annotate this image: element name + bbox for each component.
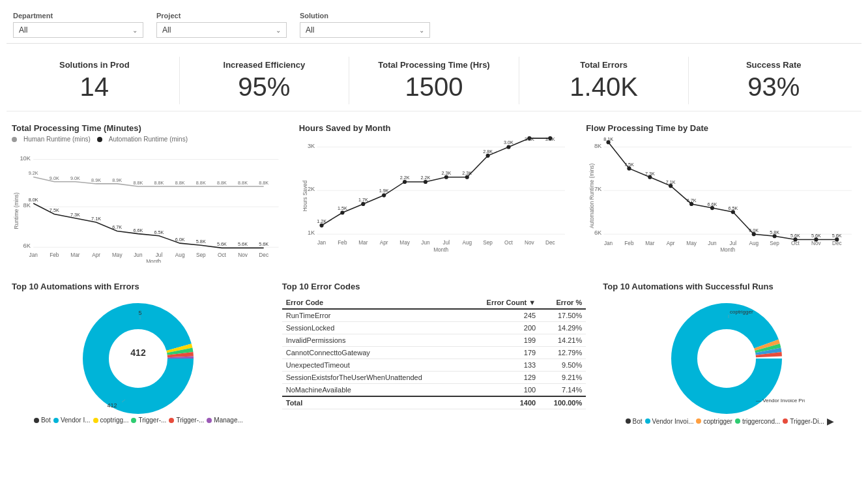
total-label: Total bbox=[282, 396, 467, 409]
col-error-count[interactable]: Error Count ▼ bbox=[467, 297, 540, 309]
project-value: All bbox=[162, 25, 171, 35]
svg-text:Jun: Jun bbox=[134, 252, 143, 258]
svg-text:Month: Month bbox=[146, 258, 161, 263]
svg-text:Aug: Aug bbox=[462, 240, 472, 246]
svg-text:May: May bbox=[687, 241, 697, 246]
svg-text:Runtime (mins): Runtime (mins) bbox=[13, 192, 20, 229]
kpi-processing-value: 1500 bbox=[356, 72, 512, 101]
svg-text:8.0K: 8.0K bbox=[29, 197, 38, 203]
error-code-cell: RunTimeError bbox=[282, 309, 467, 322]
svg-text:5.8K: 5.8K bbox=[196, 239, 206, 244]
bot-label: Bot bbox=[41, 417, 51, 424]
svg-text:Feb: Feb bbox=[50, 252, 59, 258]
hours-saved-chart: Hours Saved by Month 3K 2K 1K Hours Save… bbox=[294, 118, 575, 270]
kpi-processing-label: Total Processing Time (Hrs) bbox=[356, 60, 512, 70]
solution-select[interactable]: All ⌄ bbox=[300, 22, 430, 38]
svg-text:2K: 2K bbox=[308, 186, 315, 192]
svg-text:1.7K: 1.7K bbox=[358, 197, 368, 203]
svg-point-137 bbox=[112, 332, 164, 385]
donut-success-svg: coptrigger — Vendor Invoice Processing C… bbox=[655, 297, 805, 414]
kpi-success-label: Success Rate bbox=[695, 60, 852, 70]
svg-text:5.8K: 5.8K bbox=[770, 229, 780, 235]
error-codes-table: Error Code Error Count ▼ Error % RunTime… bbox=[282, 297, 586, 409]
svg-text:Aug: Aug bbox=[175, 252, 185, 258]
svg-text:8.8K: 8.8K bbox=[217, 180, 227, 186]
error-codes-table-wrapper[interactable]: Error Code Error Count ▼ Error % RunTime… bbox=[282, 297, 586, 440]
svg-text:6.7K: 6.7K bbox=[112, 224, 122, 230]
error-code-cell: CannotConnecttoGateway bbox=[282, 347, 467, 359]
svg-text:Hours Saved: Hours Saved bbox=[302, 180, 308, 211]
error-count-cell: 133 bbox=[467, 359, 540, 372]
svg-text:1.5K: 1.5K bbox=[338, 205, 347, 211]
total-row: Total 1400 100.00% bbox=[282, 396, 586, 409]
trigger2-dot bbox=[169, 418, 174, 423]
department-select[interactable]: All ⌄ bbox=[13, 22, 143, 38]
svg-text:8K: 8K bbox=[594, 143, 602, 149]
svg-text:Mar: Mar bbox=[70, 252, 80, 258]
hours-saved-title: Hours Saved by Month bbox=[299, 123, 570, 133]
donut-errors-svg: 412 5 412 bbox=[66, 297, 210, 414]
svg-text:Dec: Dec bbox=[259, 252, 268, 258]
svg-text:Mar: Mar bbox=[646, 241, 655, 246]
error-pct-cell: 14.21% bbox=[540, 334, 586, 347]
manage-dot bbox=[207, 418, 212, 423]
error-pct-cell: 9.21% bbox=[540, 372, 586, 384]
svg-text:7.1K: 7.1K bbox=[91, 216, 101, 222]
next-icon[interactable]: ▶ bbox=[827, 417, 834, 426]
svg-text:— Vendor Invoice Processing Cl: — Vendor Invoice Processing Cl... bbox=[756, 398, 805, 403]
legend-bot-success: Bot bbox=[626, 417, 643, 426]
svg-text:Sep: Sep bbox=[770, 241, 780, 246]
svg-text:9.2K: 9.2K bbox=[29, 170, 38, 176]
svg-text:1.2K: 1.2K bbox=[317, 218, 326, 224]
col-error-pct: Error % bbox=[540, 297, 586, 309]
svg-text:May: May bbox=[399, 240, 410, 246]
svg-text:Dec: Dec bbox=[832, 241, 842, 246]
error-pct-cell: 17.50% bbox=[540, 309, 586, 322]
coptrigger-success-dot bbox=[696, 418, 701, 424]
project-chevron-icon: ⌄ bbox=[276, 27, 281, 34]
svg-text:3.2K: 3.2K bbox=[545, 136, 555, 142]
legend-next-success: ▶ bbox=[827, 417, 834, 426]
svg-text:8.8K: 8.8K bbox=[259, 180, 268, 186]
svg-text:9.0K: 9.0K bbox=[50, 175, 59, 181]
svg-text:8.9K: 8.9K bbox=[91, 177, 101, 183]
manage-label: Manage... bbox=[214, 417, 242, 424]
dashboard: Department All ⌄ Project All ⌄ Solution … bbox=[0, 0, 868, 498]
kpi-increased-efficiency: Increased Efficiency 95% bbox=[180, 57, 350, 104]
bot-success-label: Bot bbox=[633, 418, 643, 425]
svg-text:Jul: Jul bbox=[156, 252, 163, 258]
solution-filter-group: Solution All ⌄ bbox=[300, 12, 430, 38]
svg-text:3.2K: 3.2K bbox=[525, 136, 534, 142]
svg-text:Jul: Jul bbox=[730, 241, 737, 246]
error-code-cell: SessionExistsforTheUserWhenUnattended bbox=[282, 372, 467, 384]
flow-processing-svg: 8K 7K 6K Automation Runtime (mins) bbox=[586, 136, 856, 253]
project-select[interactable]: All ⌄ bbox=[156, 22, 287, 38]
kpi-solutions-value: 14 bbox=[16, 72, 173, 101]
error-count-cell: 199 bbox=[467, 334, 540, 347]
svg-text:8.8K: 8.8K bbox=[196, 180, 206, 186]
department-chevron-icon: ⌄ bbox=[132, 27, 137, 34]
error-count-cell: 200 bbox=[467, 322, 540, 334]
svg-text:Oct: Oct bbox=[791, 241, 800, 246]
triggercond-success-label: triggercond... bbox=[742, 418, 780, 425]
error-pct-cell: 14.29% bbox=[540, 322, 586, 334]
svg-text:Feb: Feb bbox=[625, 241, 635, 246]
col-error-code: Error Code bbox=[282, 297, 467, 309]
kpi-success-rate: Success Rate 93% bbox=[689, 57, 858, 104]
error-count-cell: 245 bbox=[467, 309, 540, 322]
legend-triggercond-success: triggercond... bbox=[735, 417, 780, 426]
donut-errors-legend: Bot Vendor I... coptrigg... Trigger-... bbox=[34, 417, 243, 424]
kpi-row: Solutions in Prod 14 Increased Efficienc… bbox=[7, 50, 861, 111]
svg-text:8.1K: 8.1K bbox=[603, 136, 613, 142]
legend-bot: Bot bbox=[34, 417, 51, 424]
svg-text:7K: 7K bbox=[594, 186, 602, 192]
svg-text:7.1K: 7.1K bbox=[666, 179, 676, 185]
kpi-solutions-in-prod: Solutions in Prod 14 bbox=[10, 57, 180, 104]
svg-text:8.8K: 8.8K bbox=[175, 180, 185, 186]
svg-text:7.3K: 7.3K bbox=[645, 171, 655, 177]
error-count-cell: 129 bbox=[467, 372, 540, 384]
kpi-success-value: 93% bbox=[695, 72, 852, 101]
auto-runtime-dot bbox=[97, 137, 102, 142]
svg-text:Sep: Sep bbox=[483, 240, 493, 246]
svg-text:5.6K: 5.6K bbox=[217, 241, 227, 247]
